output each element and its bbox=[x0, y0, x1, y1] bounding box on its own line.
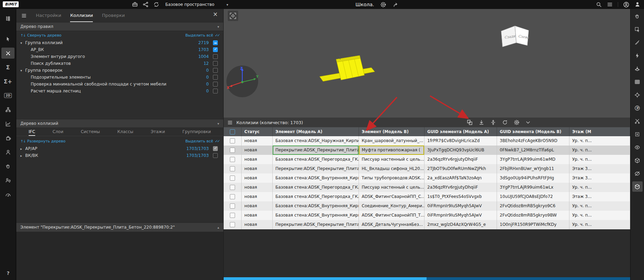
view-cube[interactable]: Сзади Слева bbox=[499, 23, 531, 50]
tab-collisions[interactable]: Коллизии bbox=[70, 9, 93, 22]
horizontal-scrollbar[interactable] bbox=[224, 277, 630, 280]
tree-item-checkbox[interactable] bbox=[213, 40, 218, 45]
tab-systems[interactable]: Системы bbox=[81, 128, 100, 136]
sync-icon[interactable] bbox=[153, 1, 159, 8]
sum-checks-icon[interactable]: Σ bbox=[1, 62, 14, 73]
plugins-puzzle-icon[interactable] bbox=[1, 132, 14, 143]
collision-row[interactable]: новаяПерекрытие:ADSK_Перекрытие_Плита_Б.… bbox=[224, 164, 630, 173]
collision-row[interactable]: новаяБазовая стена:ADSK_Внутренняя_Кирпи… bbox=[224, 211, 630, 220]
select-object-icon[interactable] bbox=[632, 24, 643, 34]
tree-item-checkbox[interactable] bbox=[213, 146, 218, 151]
close-icon[interactable]: × bbox=[213, 11, 218, 17]
share-project-icon[interactable] bbox=[143, 1, 149, 8]
select-all-link[interactable]: Выделить всё✓✓ bbox=[185, 139, 219, 143]
row-checkbox[interactable] bbox=[230, 222, 235, 227]
refresh-icon[interactable] bbox=[502, 119, 508, 126]
select-cursor-icon[interactable] bbox=[1, 33, 14, 44]
workspace-selector[interactable]: Базовое пространство ▾ bbox=[132, 0, 228, 9]
collapse-tree-link[interactable]: ↑↓Свернуть дерево bbox=[20, 33, 61, 38]
hide-eye-icon[interactable] bbox=[632, 168, 643, 179]
axis-gizmo[interactable]: X Y Z bbox=[225, 64, 260, 99]
tab-ifc[interactable]: IFC bbox=[29, 128, 35, 136]
users-location-icon[interactable] bbox=[1, 175, 14, 186]
col-floor[interactable]: Этаж (М bbox=[569, 127, 630, 136]
section-cut-icon[interactable] bbox=[632, 116, 643, 126]
collision-row[interactable]: новаяПерекрытие:ADSK_Перекрытие_Плита_Б.… bbox=[224, 146, 630, 155]
hierarchy-icon[interactable] bbox=[1, 104, 14, 115]
tree-item-checkbox[interactable] bbox=[213, 68, 218, 73]
row-checkbox[interactable] bbox=[230, 176, 235, 181]
tree-item[interactable]: ▾Группа коллизий2719 bbox=[16, 39, 223, 46]
chart-icon[interactable] bbox=[1, 118, 14, 129]
section-box-icon[interactable] bbox=[632, 181, 643, 192]
row-checkbox[interactable] bbox=[230, 157, 235, 162]
tab-floors[interactable]: Этажи bbox=[151, 128, 165, 136]
fit-rows-icon[interactable] bbox=[490, 119, 496, 126]
col-guid-b[interactable]: GUID элемента (Модель B) bbox=[497, 127, 569, 136]
compare-models-icon[interactable] bbox=[467, 119, 473, 126]
tree-item-checkbox[interactable] bbox=[213, 153, 218, 158]
tree-item[interactable]: Проверка минимальной свободной площади с… bbox=[16, 81, 223, 88]
search-icon[interactable] bbox=[596, 1, 602, 8]
collision-row[interactable]: новаяПерекрытие:ADSK_Перекрытие_Плита_Б.… bbox=[224, 220, 630, 229]
collisions-tool-icon[interactable] bbox=[1, 48, 14, 59]
row-checkbox[interactable] bbox=[230, 185, 235, 190]
tab-settings[interactable]: Настройки bbox=[36, 9, 61, 22]
menu-icon[interactable] bbox=[607, 1, 613, 8]
grid-icon[interactable] bbox=[632, 77, 643, 87]
tree-item[interactable]: Расчет марша лестниц0 bbox=[16, 88, 223, 94]
caret-right-icon[interactable]: ▸ bbox=[20, 154, 25, 158]
caret-right-icon[interactable]: ▸ bbox=[20, 147, 25, 151]
collision-row[interactable]: новаяБазовая стена:ADSK_Перегородка_ГКЛВ… bbox=[224, 183, 630, 192]
user-icon[interactable] bbox=[634, 1, 641, 8]
expand-tree-link[interactable]: ↑↓Развернуть дерево bbox=[20, 139, 66, 143]
col-element-b[interactable]: Элемент (Модель B) bbox=[359, 127, 425, 136]
tree-item[interactable]: АР_ВК1703 bbox=[16, 46, 223, 53]
tree-item-checkbox[interactable] bbox=[213, 47, 218, 52]
focus-selection-button[interactable] bbox=[228, 11, 238, 21]
select-all-link[interactable]: Выделить всё✓✓ bbox=[185, 33, 219, 38]
collision-row[interactable]: новаяБазовая стена:ADSK_Внутренняя_Кирпи… bbox=[224, 173, 630, 183]
col-status[interactable]: Статус bbox=[242, 127, 273, 136]
collapse-panel-chevron-icon[interactable] bbox=[525, 120, 531, 125]
row-checkbox[interactable] bbox=[230, 213, 235, 218]
table-menu-icon[interactable] bbox=[227, 120, 233, 126]
select-all-checkbox[interactable] bbox=[230, 129, 235, 134]
collision-row[interactable]: новаяБазовая стена:ADSK_Внутренняя_Кирпи… bbox=[224, 201, 630, 211]
sum-add-icon[interactable]: Σ+ bbox=[1, 76, 14, 87]
model-structure-icon[interactable] bbox=[1, 13, 14, 24]
workspace-label[interactable]: Базовое пространство bbox=[165, 2, 214, 7]
2d-view-icon[interactable]: 2D bbox=[1, 90, 14, 101]
collision-row[interactable]: новаяБазовая стена:ADSK_Наружная_Кирпич6… bbox=[224, 136, 630, 146]
tree-item-checkbox[interactable] bbox=[213, 89, 218, 93]
selected-element-bar[interactable]: Элемент "Перекрытие:ADSK_Перекрытие_Плит… bbox=[16, 222, 223, 232]
tab-checks[interactable]: Проверки bbox=[102, 9, 125, 22]
model-3d-object[interactable] bbox=[316, 52, 382, 94]
rules-tree-header[interactable]: Дерево правил ▾ bbox=[16, 22, 223, 31]
parking-icon[interactable]: P bbox=[632, 103, 643, 113]
tab-layers[interactable]: Слои bbox=[52, 128, 63, 136]
workspace-icon[interactable] bbox=[132, 1, 138, 8]
import-to-line-icon[interactable] bbox=[478, 119, 485, 126]
bounding-box-icon[interactable] bbox=[632, 129, 643, 139]
row-checkbox[interactable] bbox=[230, 194, 235, 199]
caret-down-icon[interactable]: ▾ bbox=[20, 69, 25, 72]
collision-row[interactable]: новаяБазовая стена:ADSK_Перегородка_ГКЛВ… bbox=[224, 192, 630, 201]
account-circle-icon[interactable] bbox=[623, 1, 630, 8]
flash-icon[interactable] bbox=[632, 50, 643, 61]
row-checkbox[interactable] bbox=[230, 166, 235, 171]
measure-icon[interactable] bbox=[632, 37, 643, 48]
collision-row[interactable]: новаяБазовая стена:ADSK_Перегородка_ГКЛВ… bbox=[224, 155, 630, 164]
user-profile-icon[interactable] bbox=[1, 147, 14, 158]
tree-item[interactable]: ▸АР/АР1703/1703 bbox=[16, 145, 223, 152]
tree-item-checkbox[interactable] bbox=[213, 75, 218, 80]
tree-item-checkbox[interactable] bbox=[213, 54, 218, 59]
pan-hand-icon[interactable] bbox=[632, 11, 643, 21]
show-eye-icon[interactable] bbox=[632, 142, 643, 152]
hand-tool-icon[interactable] bbox=[1, 161, 14, 172]
clip-plane-icon[interactable] bbox=[632, 63, 643, 74]
col-element-a[interactable]: Элемент (Модель А) bbox=[273, 127, 359, 136]
caret-down-icon[interactable]: ▾ bbox=[20, 41, 25, 45]
workspace-caret-icon[interactable]: ▾ bbox=[226, 3, 228, 7]
tree-item[interactable]: Элемент внтури другого1004 bbox=[16, 53, 223, 60]
